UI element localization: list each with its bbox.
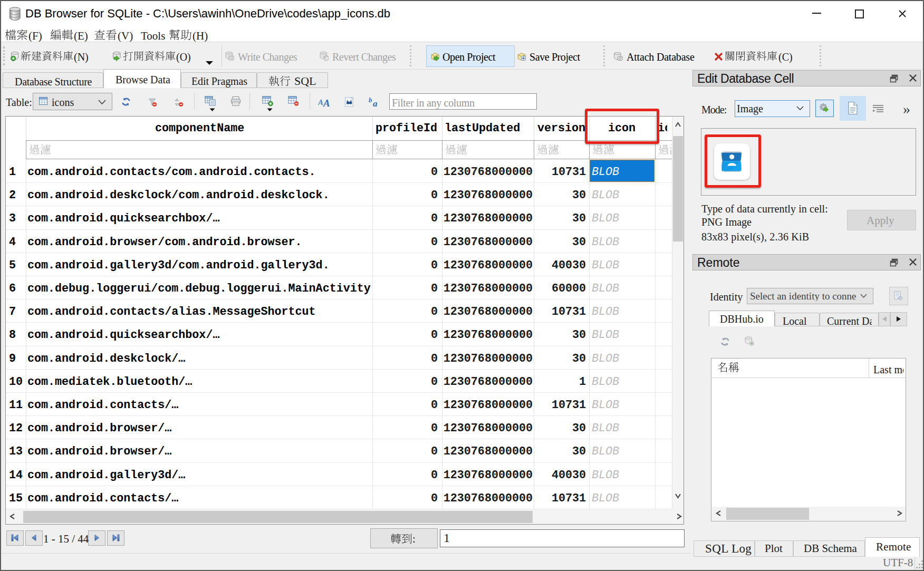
svg-text:A: A (318, 98, 323, 107)
svg-text:b: b (369, 97, 372, 104)
svg-text:a: a (373, 99, 378, 108)
svg-text:A: A (323, 98, 330, 108)
